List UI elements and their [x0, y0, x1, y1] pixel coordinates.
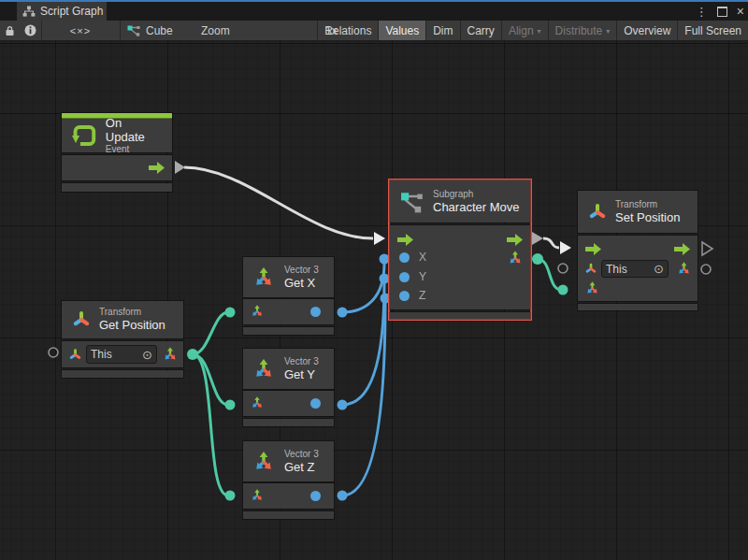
float-out-cap-get-z[interactable]: [338, 491, 348, 501]
float-out-cap-get-y[interactable]: [338, 400, 348, 410]
wire-getposition-getx[interactable]: [193, 312, 228, 354]
transform-icon: [588, 202, 607, 223]
script-graph-window: Script Graph ⋮ × <×>: [0, 0, 748, 560]
node-title: Get X: [284, 276, 319, 290]
node-category: Vector 3: [284, 265, 319, 276]
vector-out-cap-character-move[interactable]: [532, 253, 543, 265]
unconnected-target-port-get-position[interactable]: [49, 348, 58, 357]
object-picker-icon[interactable]: ⊙: [654, 263, 664, 275]
float-out-port[interactable]: [310, 307, 321, 317]
flow-in-port[interactable]: [585, 243, 601, 255]
flow-in-port[interactable]: [397, 234, 413, 246]
node-on-update[interactable]: On Update Event: [62, 113, 172, 192]
node-footer: [390, 312, 530, 319]
node-title: On Update: [106, 116, 162, 145]
vector-in-cap-get-z[interactable]: [225, 491, 236, 501]
unconnected-flow-out-set-position[interactable]: [702, 242, 712, 255]
flow-out-port[interactable]: [149, 162, 165, 174]
wire-getx-charactermove[interactable]: [342, 264, 384, 312]
node-get-position[interactable]: Transform Get Position This ⊙: [62, 301, 183, 378]
target-field[interactable]: This ⊙: [86, 345, 157, 364]
transform-port-icon[interactable]: [584, 262, 597, 276]
float-in-port-z[interactable]: [399, 291, 410, 301]
target-value: This: [606, 263, 627, 276]
float-out-port[interactable]: [310, 491, 321, 501]
object-picker-icon[interactable]: ⊙: [142, 349, 152, 361]
node-title: Get Position: [99, 318, 165, 332]
port-label-x: X: [419, 251, 426, 264]
node-category: Vector 3: [284, 356, 319, 367]
wire-gety-charactermove[interactable]: [342, 283, 384, 405]
vector-in-cap-set-position[interactable]: [558, 285, 568, 295]
vector3-out-port-icon[interactable]: [676, 261, 692, 277]
wire-flow-charactermove-setposition[interactable]: [543, 238, 559, 248]
node-title: Character Move: [433, 200, 519, 214]
node-get-z[interactable]: Vector 3 Get Z: [243, 441, 334, 519]
node-category: Subgraph: [433, 189, 519, 200]
float-out-cap-get-x[interactable]: [338, 308, 348, 318]
port-label-z: Z: [419, 289, 425, 302]
flow-in-cap-character-move[interactable]: [374, 232, 385, 245]
loop-arrowhead: [72, 136, 79, 143]
vector-in-cap-get-y[interactable]: [225, 400, 236, 410]
flow-out-cap-character-move[interactable]: [532, 232, 543, 245]
flow-out-port[interactable]: [674, 243, 690, 255]
vector-in-cap-get-x[interactable]: [225, 308, 236, 318]
vector-out-cap-get-position[interactable]: [187, 349, 198, 360]
subgraph-icon: [400, 190, 424, 214]
node-subtitle: Event: [106, 144, 162, 155]
float-in-port-x[interactable]: [399, 252, 410, 263]
wire-charactermove-setposition-value[interactable]: [538, 259, 561, 290]
node-footer: [243, 511, 334, 519]
target-field[interactable]: This ⊙: [601, 260, 669, 278]
node-character-move[interactable]: Subgraph Character Move X Y Z: [388, 179, 532, 321]
node-title: Set Position: [615, 210, 680, 224]
flow-out-port[interactable]: [507, 234, 523, 246]
vector3-icon: [252, 266, 276, 290]
node-footer: [62, 183, 172, 192]
vector3-in-port-icon[interactable]: [250, 304, 265, 319]
node-footer: [243, 419, 334, 426]
float-in-port-y[interactable]: [399, 272, 410, 282]
on-update-event-icon: [72, 122, 97, 149]
node-category: Transform: [615, 199, 680, 210]
node-footer: [243, 327, 334, 335]
vector3-icon: [252, 450, 276, 474]
target-value: This: [91, 348, 112, 361]
wire-getposition-gety[interactable]: [193, 354, 228, 405]
node-get-x[interactable]: Vector 3 Get X: [243, 257, 334, 335]
wire-getz-charactermove[interactable]: [342, 303, 385, 495]
vector3-out-port-icon[interactable]: [162, 346, 179, 363]
unconnected-value-out-set-position[interactable]: [701, 265, 711, 274]
graph-canvas[interactable]: On Update Event: [0, 41, 748, 560]
node-title: Get Z: [284, 460, 319, 474]
vector3-in-port-icon[interactable]: [250, 488, 265, 503]
node-category: Vector 3: [284, 449, 319, 460]
node-get-y[interactable]: Vector 3 Get Y: [243, 349, 334, 426]
wire-flow-onupdate-charactermove[interactable]: [184, 167, 373, 238]
vector3-in-port-icon[interactable]: [584, 280, 600, 296]
vector3-out-port-icon[interactable]: [507, 250, 524, 266]
vector3-in-port-icon[interactable]: [250, 395, 265, 410]
port-label-y: Y: [419, 270, 426, 283]
vector3-icon: [252, 357, 276, 381]
node-category: Transform: [99, 307, 165, 318]
node-footer: [62, 370, 183, 378]
node-title: Get Y: [284, 367, 319, 381]
transform-icon: [72, 309, 91, 330]
flow-out-cap-on-update[interactable]: [175, 161, 185, 174]
float-out-port[interactable]: [310, 398, 321, 409]
unconnected-target-port-set-position[interactable]: [558, 264, 568, 273]
node-footer: [578, 304, 698, 310]
flow-in-cap-set-position[interactable]: [560, 241, 571, 254]
node-set-position[interactable]: Transform Set Position This: [578, 191, 698, 310]
transform-port-icon[interactable]: [68, 348, 82, 362]
